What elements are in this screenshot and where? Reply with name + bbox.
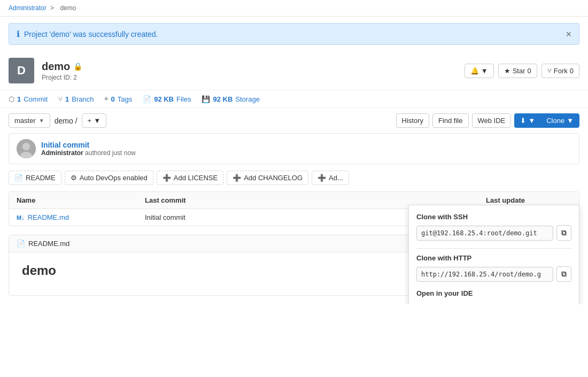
files-stat[interactable]: 📄 92 KB Files bbox=[143, 95, 191, 103]
add-license-button[interactable]: ➕ Add LICENSE bbox=[157, 171, 223, 185]
lock-icon: 🔒 bbox=[73, 62, 82, 71]
files-icon: 📄 bbox=[143, 95, 151, 103]
alert-message: Project 'demo' was successfully created. bbox=[24, 30, 158, 39]
breadcrumb-separator: > bbox=[50, 4, 54, 12]
plus-icon: ➕ bbox=[163, 174, 171, 182]
commit-message[interactable]: Initial commit bbox=[41, 141, 571, 149]
star-icon: ★ bbox=[504, 67, 510, 75]
notifications-button[interactable]: 🔔 ▼ bbox=[465, 64, 494, 78]
plus-icon: + bbox=[88, 117, 92, 125]
copy-http-button[interactable]: ⧉ bbox=[556, 266, 571, 282]
fork-button[interactable]: ⑂ Fork 0 bbox=[541, 64, 579, 78]
clone-ssh-input[interactable] bbox=[416, 226, 553, 241]
commits-stat[interactable]: ⬡ 1 Commit bbox=[9, 95, 48, 103]
history-button[interactable]: History bbox=[396, 113, 429, 128]
web-ide-button[interactable]: Web IDE bbox=[472, 113, 512, 128]
breadcrumb-current: demo bbox=[60, 4, 76, 12]
col-name-header: Name bbox=[17, 196, 134, 204]
clone-button[interactable]: Clone ▼ bbox=[540, 113, 579, 128]
clone-http-input[interactable] bbox=[416, 267, 553, 282]
chevron-down-icon: ▼ bbox=[528, 117, 535, 125]
bell-icon: 🔔 bbox=[470, 67, 479, 75]
storage-icon: 💾 bbox=[202, 95, 210, 103]
info-icon: ℹ bbox=[17, 29, 20, 39]
clone-http-title: Clone with HTTP bbox=[416, 254, 571, 262]
readme-filename: README.md bbox=[28, 240, 69, 248]
plus-icon: ➕ bbox=[318, 174, 326, 182]
breadcrumb-parent[interactable]: Administrator bbox=[9, 4, 47, 12]
branch-selector[interactable]: master ▼ bbox=[9, 113, 50, 128]
commit-author: Administrator authored just now bbox=[41, 149, 571, 157]
file-icon: 📄 bbox=[17, 240, 25, 248]
clone-ssh-row: ⧉ bbox=[416, 225, 571, 241]
clone-http-row: ⧉ bbox=[416, 266, 571, 282]
tags-stat[interactable]: ⌖ 0 Tags bbox=[104, 95, 132, 103]
clone-ssh-title: Clone with SSH bbox=[416, 213, 571, 221]
svg-point-1 bbox=[22, 143, 30, 150]
plus-icon: ➕ bbox=[233, 174, 241, 182]
col-commit-header: Last commit bbox=[145, 196, 475, 204]
branches-stat[interactable]: ⑂ 1 Branch bbox=[58, 95, 94, 103]
path-separator: / bbox=[75, 117, 78, 125]
download-button[interactable]: ⬇ ▼ bbox=[514, 113, 540, 128]
fork-icon: ⑂ bbox=[547, 67, 552, 75]
success-alert: ℹ Project 'demo' was successfully create… bbox=[9, 23, 579, 45]
branch-name: master bbox=[14, 117, 36, 125]
download-clone-group: ⬇ ▼ Clone ▼ bbox=[514, 113, 579, 128]
add-more-button[interactable]: ➕ Ad... bbox=[312, 171, 349, 185]
stats-bar: ⬡ 1 Commit ⑂ 1 Branch ⌖ 0 Tags 📄 92 KB F… bbox=[0, 90, 588, 108]
divider bbox=[416, 248, 571, 249]
add-changelog-button[interactable]: ➕ Add CHANGELOG bbox=[227, 171, 308, 185]
commit-icon: ⬡ bbox=[9, 95, 14, 103]
toolbar: master ▼ demo / + ▼ History Find file We… bbox=[0, 108, 588, 133]
clone-dropdown: Clone with SSH ⧉ Clone with HTTP ⧉ Open … bbox=[408, 205, 579, 304]
chevron-down-icon: ▼ bbox=[94, 117, 100, 125]
readme-button[interactable]: 📄 README bbox=[9, 171, 61, 185]
repo-path: demo bbox=[55, 117, 73, 125]
alert-close-button[interactable]: × bbox=[566, 29, 571, 39]
star-button[interactable]: ★ Star 0 bbox=[498, 64, 537, 78]
col-date-header: Last update bbox=[486, 196, 571, 204]
commit-avatar bbox=[17, 139, 36, 158]
copy-ssh-button[interactable]: ⧉ bbox=[556, 225, 571, 241]
storage-stat[interactable]: 💾 92 KB Storage bbox=[202, 95, 259, 103]
gear-icon: ⚙ bbox=[71, 174, 77, 182]
open-ide-title: Open in your IDE bbox=[416, 289, 571, 297]
vscode-link[interactable]: Visual Studio Code bbox=[416, 302, 571, 304]
commit-panel: Initial commit Administrator authored ju… bbox=[9, 133, 579, 164]
project-name: demo 🔒 bbox=[42, 60, 82, 73]
path-breadcrumb: demo / bbox=[55, 117, 78, 125]
markdown-icon: M↓ bbox=[17, 214, 25, 221]
project-id: Project ID: 2 bbox=[42, 74, 82, 81]
copy-icon: ⧉ bbox=[561, 228, 567, 237]
chevron-down-icon: ▼ bbox=[481, 67, 488, 75]
chevron-down-icon: ▼ bbox=[567, 117, 574, 125]
action-buttons: 📄 README ⚙ Auto DevOps enabled ➕ Add LIC… bbox=[9, 171, 579, 185]
find-file-button[interactable]: Find file bbox=[432, 113, 469, 128]
project-header: D demo 🔒 Project ID: 2 🔔 ▼ ★ Star 0 ⑂ bbox=[0, 51, 588, 90]
add-file-button[interactable]: + ▼ bbox=[82, 113, 106, 128]
chevron-down-icon: ▼ bbox=[39, 118, 44, 124]
branch-icon: ⑂ bbox=[58, 95, 63, 103]
file-name-readme[interactable]: M↓ README.md bbox=[17, 213, 134, 221]
tag-icon: ⌖ bbox=[104, 95, 108, 103]
autodevops-button[interactable]: ⚙ Auto DevOps enabled bbox=[65, 171, 153, 185]
file-icon: 📄 bbox=[14, 174, 23, 182]
project-avatar: D bbox=[9, 58, 34, 83]
download-icon: ⬇ bbox=[520, 117, 526, 125]
copy-icon: ⧉ bbox=[561, 270, 567, 278]
breadcrumb: Administrator > demo bbox=[0, 0, 588, 17]
